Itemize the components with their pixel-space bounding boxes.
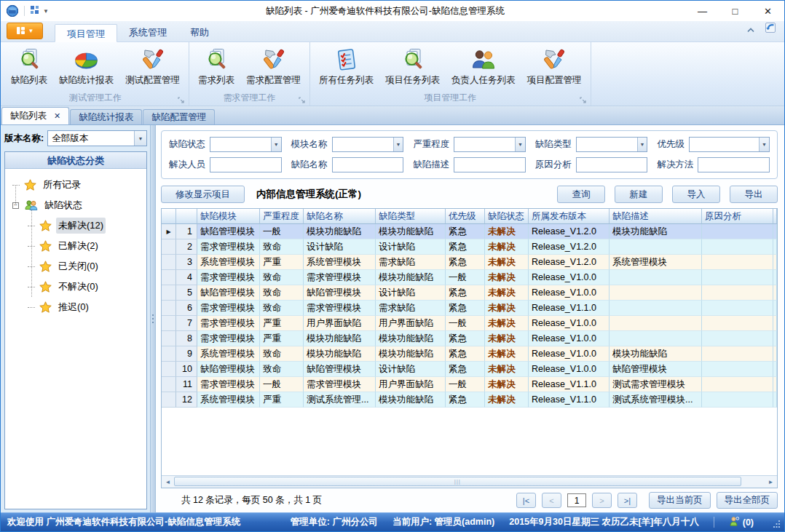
defect-status-cell[interactable]: 未解决: [485, 270, 529, 285]
grid-cell[interactable]: 紧急: [446, 255, 485, 270]
filter-text-input[interactable]: [576, 157, 648, 172]
chevron-down-icon[interactable]: ▼: [271, 138, 281, 151]
layout-squares-icon[interactable]: [30, 4, 40, 17]
column-header-2[interactable]: 缺陷名称: [304, 209, 376, 224]
grid-cell[interactable]: 严重: [260, 255, 304, 270]
grid-cell[interactable]: 严重: [260, 392, 304, 408]
grid-cell[interactable]: [773, 362, 777, 377]
dialog-launcher-icon[interactable]: [299, 97, 305, 103]
scroll-right-icon[interactable]: ►: [765, 476, 777, 488]
row-selector-cell[interactable]: [162, 362, 176, 377]
grid-cell[interactable]: 紧急: [446, 331, 485, 346]
grid-cell[interactable]: [773, 301, 777, 316]
grid-cell[interactable]: 模块功能缺陷: [376, 331, 446, 346]
table-row[interactable]: 2需求管理模块致命设计缺陷设计缺陷紧急未解决Release_V1.2.0: [162, 239, 777, 255]
grid-cell[interactable]: 需求管理模块: [197, 239, 260, 255]
grid-cell[interactable]: 致命: [260, 270, 304, 285]
grid-cell[interactable]: [773, 224, 777, 239]
grid-cell[interactable]: 设计缺陷: [376, 285, 446, 301]
defect-status-cell[interactable]: 未解决: [485, 362, 529, 377]
grid-cell[interactable]: [773, 316, 777, 331]
grid-cell[interactable]: [773, 285, 777, 301]
grid-cell[interactable]: 致命: [260, 346, 304, 362]
grid-cell[interactable]: 致命: [260, 239, 304, 255]
maximize-button[interactable]: □: [719, 1, 752, 21]
grid-cell[interactable]: [610, 285, 702, 301]
close-tab-icon[interactable]: ✕: [54, 111, 60, 121]
grid-cell[interactable]: 设计缺陷: [376, 362, 446, 377]
grid-cell[interactable]: [702, 255, 773, 270]
column-header-5[interactable]: 缺陷状态: [485, 209, 529, 224]
table-row[interactable]: 11需求管理模块一般需求管理模块用户界面缺陷一般未解决Release_V1.1.…: [162, 377, 777, 392]
toolbar-action-button-3[interactable]: 导出: [730, 186, 778, 203]
resize-grip-icon[interactable]: [773, 520, 781, 528]
grid-cell[interactable]: Release_V1.0.0: [529, 270, 610, 285]
grid-cell[interactable]: [702, 239, 773, 255]
row-selector-cell[interactable]: [162, 392, 176, 408]
filter-text-input[interactable]: [332, 157, 404, 172]
toolbar-action-button-2[interactable]: 导入: [672, 186, 720, 203]
online-users[interactable]: (0): [729, 516, 754, 529]
document-tab-2[interactable]: 缺陷配置管理: [143, 109, 215, 124]
grid-cell[interactable]: 一般: [260, 377, 304, 392]
minimize-button[interactable]: —: [686, 1, 719, 21]
toolbar-action-button-1[interactable]: 新建: [615, 186, 663, 203]
row-selector-cell[interactable]: [162, 239, 176, 255]
filter-combobox[interactable]: ▼: [210, 137, 282, 152]
filter-input[interactable]: [698, 158, 769, 172]
chevron-down-icon[interactable]: ▼: [43, 8, 49, 15]
prev-page-button[interactable]: <: [542, 493, 561, 508]
filter-text-input[interactable]: [698, 157, 770, 172]
grid-cell[interactable]: [610, 316, 702, 331]
grid-cell[interactable]: 设计缺陷: [376, 239, 446, 255]
grid-cell[interactable]: 需求管理模块: [304, 377, 376, 392]
grid-cell[interactable]: [702, 224, 773, 239]
modify-columns-button[interactable]: 修改显示项目: [161, 186, 245, 203]
grid-cell[interactable]: 需求管理模块: [304, 270, 376, 285]
defect-status-cell[interactable]: 未解决: [485, 301, 529, 316]
quick-access-toolbar[interactable]: ▼: [30, 4, 49, 17]
row-selector-cell[interactable]: [162, 377, 176, 392]
defect-status-cell[interactable]: 未解决: [485, 331, 529, 346]
row-selector-cell[interactable]: [162, 346, 176, 362]
column-header-1[interactable]: 严重程度: [260, 209, 304, 224]
grid-cell[interactable]: [773, 270, 777, 285]
grid-cell[interactable]: 紧急: [446, 285, 485, 301]
ribbon-button-0-1[interactable]: 缺陷统计报表: [53, 47, 119, 88]
grid-cell[interactable]: [773, 377, 777, 392]
tree-item-3[interactable]: 已解决(2): [12, 236, 145, 256]
grid-cell[interactable]: [610, 239, 702, 255]
grid-cell[interactable]: 模块功能缺陷: [376, 346, 446, 362]
grid-cell[interactable]: Release_V1.1.0: [529, 301, 610, 316]
table-row[interactable]: 6需求管理模块致命需求管理模块需求缺陷紧急未解决Release_V1.1.0: [162, 301, 777, 316]
grid-cell[interactable]: [702, 346, 773, 362]
app-menu-button[interactable]: ▼: [7, 23, 43, 39]
column-header-0[interactable]: 缺陷模块: [197, 209, 260, 224]
filter-input[interactable]: [690, 138, 759, 151]
grid-cell[interactable]: [610, 301, 702, 316]
ribbon-tab-1[interactable]: 系统管理: [117, 23, 178, 41]
chevron-down-icon[interactable]: ▼: [393, 138, 403, 151]
toolbar-action-button-0[interactable]: 查询: [557, 186, 605, 203]
grid-cell[interactable]: 模块功能缺陷: [610, 224, 702, 239]
last-page-button[interactable]: >|: [618, 493, 637, 508]
panel-splitter[interactable]: [150, 125, 156, 512]
grid-cell[interactable]: Release_V1.0.0: [529, 316, 610, 331]
defect-status-cell[interactable]: 未解决: [485, 392, 529, 408]
grid-cell[interactable]: 紧急: [446, 392, 485, 408]
first-page-button[interactable]: |<: [516, 493, 536, 508]
grid-cell[interactable]: [702, 316, 773, 331]
filter-input[interactable]: [333, 138, 393, 151]
grid-cell[interactable]: 模块功能缺陷: [304, 346, 376, 362]
grid-cell[interactable]: 测试需求管理模块: [610, 377, 702, 392]
grid-cell[interactable]: 需求管理模块: [304, 301, 376, 316]
filter-text-input[interactable]: [210, 157, 282, 172]
row-selector-cell[interactable]: ▶: [162, 224, 176, 239]
grid-cell[interactable]: 一般: [260, 224, 304, 239]
grid-cell[interactable]: 需求管理模块: [197, 301, 260, 316]
grid-cell[interactable]: [610, 270, 702, 285]
grid-cell[interactable]: Release_V1.0.0: [529, 285, 610, 301]
grid-cell[interactable]: 一般: [446, 377, 485, 392]
table-row[interactable]: 9系统管理模块致命模块功能缺陷模块功能缺陷紧急未解决Release_V1.0.0…: [162, 346, 777, 362]
grid-cell[interactable]: 缺陷管理模块: [304, 285, 376, 301]
